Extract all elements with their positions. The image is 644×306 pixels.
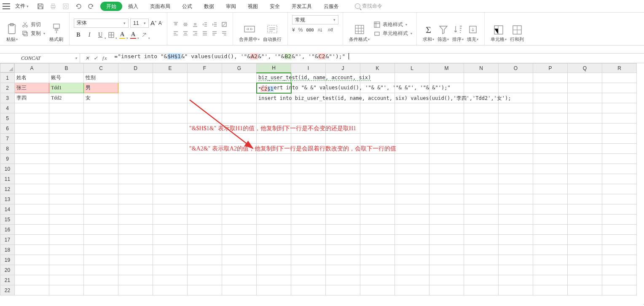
cell[interactable]	[533, 285, 568, 295]
cell[interactable]	[188, 275, 222, 285]
cell[interactable]	[257, 174, 291, 184]
cell[interactable]	[118, 285, 153, 295]
cell[interactable]: "&$H$1&" 表示取H1的值，他复制到下一行是不会变的还是取H1	[188, 123, 222, 134]
col-E[interactable]: E	[153, 64, 188, 73]
cell[interactable]	[49, 134, 84, 144]
cell[interactable]	[84, 204, 118, 215]
cell[interactable]	[395, 103, 429, 113]
cell[interactable]	[291, 235, 326, 245]
cell[interactable]	[257, 164, 291, 174]
cell[interactable]	[568, 255, 602, 265]
cell[interactable]	[360, 235, 395, 245]
cell[interactable]	[118, 194, 153, 204]
col-G[interactable]: G	[222, 64, 257, 73]
cell[interactable]	[429, 245, 464, 255]
cell[interactable]	[464, 113, 499, 123]
cell[interactable]	[257, 235, 291, 245]
row-header[interactable]: 20	[0, 265, 15, 275]
cell[interactable]	[188, 215, 222, 225]
cell[interactable]	[464, 194, 499, 204]
cell[interactable]	[395, 123, 429, 134]
cell[interactable]	[15, 255, 49, 265]
cell[interactable]	[188, 83, 222, 93]
cell[interactable]	[84, 225, 118, 235]
cell[interactable]	[568, 123, 602, 134]
cell[interactable]	[568, 204, 602, 215]
col-N[interactable]: N	[464, 64, 499, 73]
redo-icon[interactable]	[88, 3, 94, 10]
cell[interactable]	[15, 123, 49, 134]
row-header[interactable]: 10	[0, 164, 15, 174]
cell[interactable]	[360, 134, 395, 144]
col-F[interactable]: F	[188, 64, 222, 73]
cell[interactable]	[602, 164, 637, 174]
cell[interactable]	[533, 73, 568, 83]
cell[interactable]	[49, 225, 84, 235]
col-P[interactable]: P	[533, 64, 568, 73]
cell[interactable]	[602, 123, 637, 134]
cell[interactable]	[257, 204, 291, 215]
cell[interactable]	[222, 184, 257, 194]
cell[interactable]	[257, 134, 291, 144]
cell[interactable]	[118, 154, 153, 164]
cell[interactable]	[188, 73, 222, 83]
cell[interactable]	[533, 225, 568, 235]
cell[interactable]	[15, 285, 49, 295]
cell[interactable]	[291, 285, 326, 295]
cell[interactable]	[188, 245, 222, 255]
cell[interactable]	[153, 113, 188, 123]
italic-icon[interactable]: I	[85, 30, 94, 40]
tab-formulas[interactable]: 公式	[176, 0, 198, 13]
cell[interactable]	[153, 144, 188, 154]
cell[interactable]: 李四	[15, 93, 49, 103]
cell[interactable]	[84, 164, 118, 174]
cell[interactable]	[395, 235, 429, 245]
cell[interactable]	[360, 225, 395, 235]
cell[interactable]	[15, 184, 49, 194]
cell[interactable]: Tdd1	[49, 83, 84, 93]
justify-icon[interactable]	[201, 30, 209, 37]
cell[interactable]	[15, 113, 49, 123]
align-right-icon[interactable]	[191, 30, 199, 37]
cell[interactable]	[533, 184, 568, 194]
cell[interactable]	[395, 113, 429, 123]
cell[interactable]	[153, 275, 188, 285]
cell[interactable]	[602, 113, 637, 123]
cell[interactable]	[153, 235, 188, 245]
cell[interactable]	[326, 235, 360, 245]
cell[interactable]	[499, 83, 533, 93]
cell[interactable]	[326, 275, 360, 285]
row-header[interactable]: 12	[0, 184, 15, 194]
cell[interactable]	[568, 144, 602, 154]
cell[interactable]	[118, 275, 153, 285]
cell[interactable]	[360, 174, 395, 184]
cell[interactable]	[222, 275, 257, 285]
cell[interactable]	[429, 154, 464, 164]
cell[interactable]	[360, 164, 395, 174]
cell[interactable]	[15, 144, 49, 154]
cell[interactable]	[533, 275, 568, 285]
conditional-format-button[interactable]: 条件格式▾	[347, 15, 371, 43]
cell[interactable]	[464, 83, 499, 93]
font-name-select[interactable]: 宋体▾	[74, 19, 129, 28]
cell[interactable]	[326, 285, 360, 295]
cell[interactable]	[222, 225, 257, 235]
cell[interactable]	[429, 275, 464, 285]
row-header[interactable]: 22	[0, 285, 15, 295]
increase-indent-icon[interactable]	[210, 21, 219, 28]
col-Q[interactable]: Q	[568, 64, 602, 73]
row-header[interactable]: 4	[0, 103, 15, 113]
cell[interactable]	[499, 174, 533, 184]
cell[interactable]	[49, 215, 84, 225]
cell[interactable]	[568, 174, 602, 184]
cell[interactable]	[429, 113, 464, 123]
cell[interactable]	[222, 265, 257, 275]
cell[interactable]	[360, 113, 395, 123]
cell[interactable]	[395, 275, 429, 285]
cell[interactable]	[568, 134, 602, 144]
cell[interactable]	[464, 73, 499, 83]
col-I[interactable]: I	[291, 64, 326, 73]
cell[interactable]	[188, 204, 222, 215]
cell[interactable]	[153, 83, 188, 93]
tab-data[interactable]: 数据	[198, 0, 220, 13]
